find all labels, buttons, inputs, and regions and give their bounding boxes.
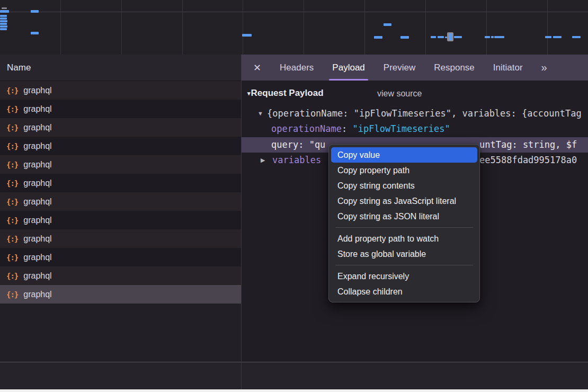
tab-preview[interactable]: Preview bbox=[384, 55, 415, 81]
menu-item-copy-string-contents[interactable]: Copy string contents bbox=[331, 178, 477, 193]
panel-divider[interactable] bbox=[241, 55, 242, 389]
overview-gridline bbox=[486, 0, 487, 55]
request-row-graphql[interactable]: {:}graphql bbox=[0, 285, 241, 304]
waterfall-bar bbox=[494, 36, 504, 38]
overview-gridline bbox=[547, 0, 548, 55]
tree-row-operationname[interactable]: operationName: "ipFlowTimeseries" bbox=[242, 121, 588, 137]
key-separator: : bbox=[342, 123, 352, 134]
network-overview-timeline[interactable] bbox=[0, 0, 588, 55]
footer-area bbox=[0, 362, 588, 389]
request-rows: {:}graphql{:}graphql{:}graphql{:}graphql… bbox=[0, 81, 241, 304]
menu-item-store-as-global-variable[interactable]: Store as global variable bbox=[331, 246, 477, 262]
json-braces-icon: {:} bbox=[6, 272, 18, 280]
waterfall-bar bbox=[431, 36, 436, 38]
expand-arrow-icon[interactable]: ▼ bbox=[257, 106, 263, 121]
json-braces-icon: {:} bbox=[6, 142, 18, 150]
request-name: graphql bbox=[23, 253, 51, 262]
selected-request-bar bbox=[449, 33, 452, 40]
request-row-graphql[interactable]: {:}graphql bbox=[0, 229, 241, 248]
request-name: graphql bbox=[23, 86, 51, 95]
property-text: operationName: "ipFlowTimeseries" bbox=[271, 121, 450, 137]
expand-arrow-icon[interactable]: ▶ bbox=[261, 153, 265, 168]
overview-gridline bbox=[182, 0, 183, 55]
menu-separator bbox=[335, 227, 473, 228]
collapse-arrow-icon: ▾ bbox=[247, 90, 251, 96]
request-row-graphql[interactable]: {:}graphql bbox=[0, 81, 241, 100]
tab-initiator[interactable]: Initiator bbox=[493, 55, 523, 81]
menu-item-collapse-children[interactable]: Collapse children bbox=[331, 284, 477, 299]
overview-gridline bbox=[243, 0, 243, 55]
query-text-left: query: "qu bbox=[271, 137, 325, 153]
menu-item-copy-string-as-javascript-literal[interactable]: Copy string as JavaScript literal bbox=[331, 193, 477, 209]
property-value: "ipFlowTimeseries" bbox=[353, 123, 450, 134]
waterfall-bar bbox=[491, 36, 494, 38]
overview-gridline bbox=[121, 0, 122, 55]
tab-headers[interactable]: Headers bbox=[280, 55, 314, 81]
waterfall-bar bbox=[485, 36, 490, 38]
overview-gridline bbox=[364, 0, 365, 55]
json-braces-icon: {:} bbox=[6, 86, 18, 95]
menu-separator bbox=[335, 265, 473, 265]
request-name: graphql bbox=[23, 197, 51, 207]
request-name: graphql bbox=[23, 179, 51, 188]
request-row-graphql[interactable]: {:}graphql bbox=[0, 266, 241, 285]
column-header-name[interactable]: Name bbox=[0, 55, 241, 81]
json-braces-icon: {:} bbox=[6, 235, 18, 243]
footer-separator bbox=[0, 362, 588, 362]
context-menu: Copy valueCopy property pathCopy string … bbox=[328, 144, 480, 302]
json-braces-icon: {:} bbox=[6, 253, 18, 262]
waterfall-bar bbox=[31, 32, 39, 34]
waterfall-bar bbox=[438, 36, 444, 38]
menu-item-expand-recursively[interactable]: Expand recursively bbox=[331, 269, 477, 284]
json-braces-icon: {:} bbox=[6, 105, 18, 113]
waterfall-bar bbox=[242, 34, 252, 37]
request-row-graphql[interactable]: {:}graphql bbox=[0, 174, 241, 192]
variables-preview-right: ee5588fdad995178a0 bbox=[479, 153, 577, 168]
property-key: operationName bbox=[271, 123, 342, 134]
request-row-graphql[interactable]: {:}graphql bbox=[0, 155, 241, 174]
json-braces-icon: {:} bbox=[6, 216, 18, 225]
menu-item-copy-string-as-json-literal[interactable]: Copy string as JSON literal bbox=[331, 209, 477, 224]
detail-tab-bar: ✕ HeadersPayloadPreviewResponseInitiator… bbox=[242, 55, 588, 81]
request-row-graphql[interactable]: {:}graphql bbox=[0, 118, 241, 137]
waterfall-bar bbox=[545, 36, 551, 38]
property-key: variables bbox=[272, 153, 321, 168]
menu-item-copy-value[interactable]: Copy value bbox=[331, 147, 477, 163]
menu-item-copy-property-path[interactable]: Copy property path bbox=[331, 163, 477, 178]
request-row-graphql[interactable]: {:}graphql bbox=[0, 248, 241, 266]
request-name: graphql bbox=[23, 216, 51, 225]
close-icon[interactable]: ✕ bbox=[253, 62, 261, 74]
request-name: graphql bbox=[23, 234, 51, 244]
request-row-graphql[interactable]: {:}graphql bbox=[0, 192, 241, 211]
tab-response[interactable]: Response bbox=[434, 55, 475, 81]
request-name: graphql bbox=[23, 271, 51, 281]
more-tabs-icon[interactable]: » bbox=[541, 61, 547, 74]
overview-gridline bbox=[425, 0, 426, 55]
waterfall-bar bbox=[2, 7, 7, 9]
request-name: graphql bbox=[23, 160, 51, 170]
tree-row-preview[interactable]: ▼ {operationName: "ipFlowTimeseries", va… bbox=[242, 106, 588, 121]
waterfall-bar bbox=[0, 25, 7, 28]
waterfall-bar bbox=[0, 20, 7, 22]
request-row-graphql[interactable]: {:}graphql bbox=[0, 100, 241, 118]
request-name: graphql bbox=[23, 141, 51, 151]
waterfall-bar bbox=[0, 28, 7, 30]
request-row-graphql[interactable]: {:}graphql bbox=[0, 137, 241, 155]
request-name: graphql bbox=[23, 123, 51, 132]
waterfall-bar bbox=[0, 17, 7, 20]
request-name: graphql bbox=[23, 290, 51, 299]
json-braces-icon: {:} bbox=[6, 123, 18, 132]
request-name: graphql bbox=[23, 104, 51, 114]
waterfall-bar bbox=[374, 36, 382, 39]
request-row-graphql[interactable]: {:}graphql bbox=[0, 211, 241, 229]
request-payload-section[interactable]: ▾Request Payload bbox=[247, 88, 324, 99]
waterfall-bar bbox=[0, 15, 7, 17]
view-source-link[interactable]: view source bbox=[377, 89, 422, 99]
json-braces-icon: {:} bbox=[6, 161, 18, 169]
query-text-right: untTag: string, $f bbox=[479, 137, 577, 153]
overview-gridline-horizontal bbox=[0, 12, 588, 12]
window-bottom-edge bbox=[0, 389, 588, 392]
tab-payload[interactable]: Payload bbox=[332, 55, 364, 81]
waterfall-bar bbox=[454, 36, 462, 38]
menu-item-add-property-path-to-watch[interactable]: Add property path to watch bbox=[331, 231, 477, 246]
